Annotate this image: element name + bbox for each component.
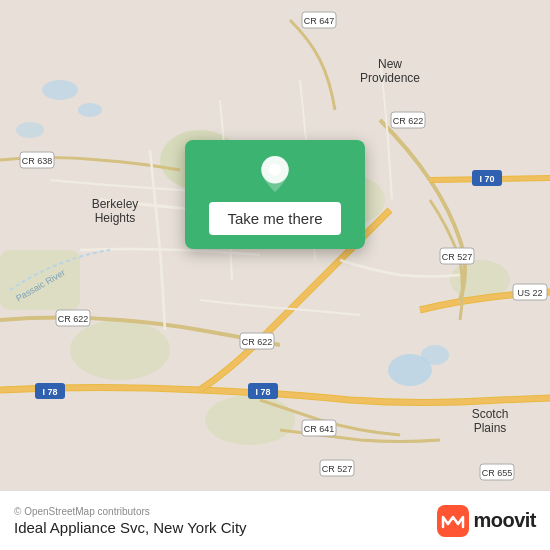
popup-card: Take me there xyxy=(185,140,365,249)
take-me-there-button[interactable]: Take me there xyxy=(209,202,340,235)
svg-point-5 xyxy=(421,345,449,365)
svg-text:I 78: I 78 xyxy=(255,387,270,397)
bottom-bar: © OpenStreetMap contributors Ideal Appli… xyxy=(0,490,550,550)
map-attribution: © OpenStreetMap contributors xyxy=(14,506,247,517)
location-pin-icon xyxy=(257,156,293,192)
svg-point-11 xyxy=(205,395,295,445)
svg-text:CR 655: CR 655 xyxy=(482,468,513,478)
svg-text:CR 641: CR 641 xyxy=(304,424,335,434)
svg-point-2 xyxy=(78,103,102,117)
place-name-label: Ideal Appliance Svc, New York City xyxy=(14,519,247,536)
svg-point-46 xyxy=(269,164,281,176)
svg-text:Scotch: Scotch xyxy=(472,407,509,421)
svg-point-10 xyxy=(70,320,170,380)
svg-point-1 xyxy=(42,80,78,100)
map-container: CR 638 CR 647 CR 622 I 70 CR 622 CR 622 … xyxy=(0,0,550,490)
svg-text:CR 622: CR 622 xyxy=(58,314,89,324)
svg-text:Plains: Plains xyxy=(474,421,507,435)
svg-text:Heights: Heights xyxy=(95,211,136,225)
svg-text:Providence: Providence xyxy=(360,71,420,85)
svg-text:CR 647: CR 647 xyxy=(304,16,335,26)
svg-text:US 22: US 22 xyxy=(517,288,542,298)
svg-text:I 78: I 78 xyxy=(42,387,57,397)
svg-text:CR 527: CR 527 xyxy=(322,464,353,474)
moovit-text: moovit xyxy=(473,509,536,532)
svg-point-3 xyxy=(16,122,44,138)
svg-text:Berkeley: Berkeley xyxy=(92,197,139,211)
svg-text:CR 622: CR 622 xyxy=(242,337,273,347)
svg-text:CR 638: CR 638 xyxy=(22,156,53,166)
svg-text:I 70: I 70 xyxy=(479,174,494,184)
svg-text:New: New xyxy=(378,57,402,71)
svg-text:CR 527: CR 527 xyxy=(442,252,473,262)
bottom-left-info: © OpenStreetMap contributors Ideal Appli… xyxy=(14,506,247,536)
moovit-icon xyxy=(437,505,469,537)
svg-text:CR 622: CR 622 xyxy=(393,116,424,126)
moovit-logo: moovit xyxy=(437,505,536,537)
